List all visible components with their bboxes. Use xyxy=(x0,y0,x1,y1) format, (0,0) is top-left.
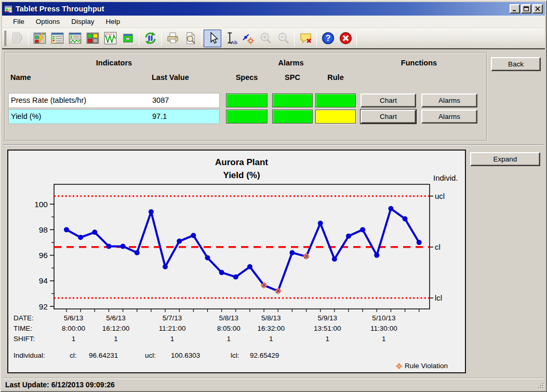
x-date-label: 5/10/13 xyxy=(372,314,395,322)
trend-view-icon[interactable] xyxy=(66,30,84,47)
indicators-panel: Indicators Alarms Functions Name Last Va… xyxy=(4,52,487,141)
resize-grip[interactable] xyxy=(537,382,543,388)
back-button[interactable]: Back xyxy=(491,57,541,71)
text-annotation-icon[interactable]: Abc xyxy=(221,30,239,47)
y-tick-label: 98 xyxy=(39,225,48,234)
chart-button-yield[interactable]: Chart xyxy=(361,110,416,124)
app-icon xyxy=(4,5,13,13)
data-point xyxy=(78,235,83,240)
chart-title: Aurora Plant xyxy=(215,157,268,167)
data-point xyxy=(247,264,252,269)
rule-status-press-rate xyxy=(315,93,356,107)
column-name: Name xyxy=(10,73,31,82)
data-point xyxy=(318,221,323,226)
exit-icon[interactable] xyxy=(337,30,354,47)
help-icon[interactable]: ? xyxy=(319,30,337,47)
quick-trend-icon[interactable] xyxy=(31,30,48,47)
x-shift-label: 1 xyxy=(170,335,175,343)
alarms-header: Alarms xyxy=(226,59,356,67)
expand-button[interactable]: Expand xyxy=(470,152,540,166)
data-point xyxy=(388,206,393,211)
data-point xyxy=(332,256,337,262)
list-view-icon[interactable] xyxy=(48,30,66,47)
data-point xyxy=(92,229,97,235)
cl-line-label: cl xyxy=(435,242,441,251)
refresh-data-icon[interactable] xyxy=(141,30,159,47)
x-axis-row-header: SHIFT: xyxy=(14,335,35,343)
indicator-last-value: 3087 xyxy=(152,96,169,104)
right-axis-label: Individ. xyxy=(433,173,458,182)
menu-bar: File Options Display Help xyxy=(2,16,545,28)
chart-button-press-rate[interactable]: Chart xyxy=(361,93,416,107)
x-time-label: 8:00:00 xyxy=(62,325,85,332)
x-date-label: 5/8/13 xyxy=(219,314,238,322)
x-axis-row-header: TIME: xyxy=(14,325,32,332)
svg-text:Abc: Abc xyxy=(231,39,237,45)
print-icon[interactable] xyxy=(164,30,181,47)
rule-violation-legend-label: Rule Violation xyxy=(405,362,448,370)
green-display-icon[interactable] xyxy=(119,30,137,47)
x-shift-label: 1 xyxy=(326,335,330,343)
svg-text:?: ? xyxy=(325,34,330,43)
section-divider xyxy=(3,144,544,145)
data-point xyxy=(205,255,210,261)
x-date-label: 5/6/13 xyxy=(64,314,84,322)
alarms-button-press-rate[interactable]: Alarms xyxy=(421,93,477,107)
individual-stats-line: Individual:cl:96.64231ucl:100.6303lcl:92… xyxy=(14,352,279,359)
tile-view-icon[interactable] xyxy=(84,30,101,47)
toolbar-divider xyxy=(2,48,545,49)
indicators-header: Indicators xyxy=(8,59,220,67)
spc-chart-icon[interactable] xyxy=(101,30,119,47)
x-time-label: 8:05:00 xyxy=(217,325,241,332)
zoom-in-icon xyxy=(257,30,274,47)
status-bar: Last Update: 6/12/2013 09:09:26 xyxy=(2,379,545,390)
y-tick-label: 94 xyxy=(39,276,48,285)
rule-status-yield xyxy=(315,110,356,124)
menu-file[interactable]: File xyxy=(7,16,30,27)
data-point xyxy=(346,234,351,239)
data-point xyxy=(417,240,422,245)
toolbar-separator xyxy=(161,31,162,46)
menu-display[interactable]: Display xyxy=(65,16,100,27)
x-time-label: 13:51:00 xyxy=(314,325,341,332)
spc-status-press-rate xyxy=(272,93,313,107)
y-tick-label: 100 xyxy=(34,200,48,209)
indicator-last-value: 97.1 xyxy=(152,112,167,120)
close-button[interactable] xyxy=(532,4,543,13)
data-point xyxy=(121,244,126,249)
x-time-label: 11:30:00 xyxy=(370,325,397,332)
data-point xyxy=(191,233,196,238)
maximize-button[interactable] xyxy=(521,4,531,13)
chart-subtitle: Yield (%) xyxy=(223,170,260,180)
zoom-out-icon xyxy=(274,30,292,47)
delete-annotation-icon[interactable] xyxy=(297,30,314,47)
data-point xyxy=(289,250,295,255)
x-time-label: 16:12:00 xyxy=(102,325,130,332)
tasks-icon xyxy=(8,30,26,47)
rule-violation-legend-marker: ❖ xyxy=(395,362,403,371)
select-cursor-icon[interactable] xyxy=(204,30,221,47)
last-update-text: Last Update: 6/12/2013 09:09:26 xyxy=(5,381,115,389)
print-preview-icon[interactable] xyxy=(181,30,199,47)
indicator-row-press-rate[interactable]: Press Rate (tablets/hr) 3087 xyxy=(8,93,220,108)
x-date-label: 5/8/13 xyxy=(261,314,281,322)
data-point xyxy=(374,253,379,258)
menu-options[interactable]: Options xyxy=(30,16,66,27)
data-point xyxy=(177,239,182,244)
column-rule: Rule xyxy=(315,73,356,82)
toolbar-separator xyxy=(139,31,139,46)
toolbar-separator xyxy=(28,31,29,46)
lcl-line-label: lcl xyxy=(435,293,442,302)
specs-status-yield xyxy=(226,110,268,124)
minimize-button[interactable] xyxy=(510,4,520,13)
menu-help[interactable]: Help xyxy=(100,16,126,27)
alarms-button-yield[interactable]: Alarms xyxy=(421,110,477,124)
point-annotation-icon[interactable] xyxy=(239,30,257,47)
indicator-row-yield[interactable]: Yield (%) 97.1 xyxy=(8,109,220,124)
y-tick-label: 96 xyxy=(39,251,48,260)
y-tick-label: 92 xyxy=(39,302,48,311)
data-point xyxy=(106,244,111,249)
x-date-label: 5/7/13 xyxy=(163,314,182,322)
maximize-icon xyxy=(523,6,529,11)
toolbar-grip[interactable] xyxy=(4,31,6,46)
